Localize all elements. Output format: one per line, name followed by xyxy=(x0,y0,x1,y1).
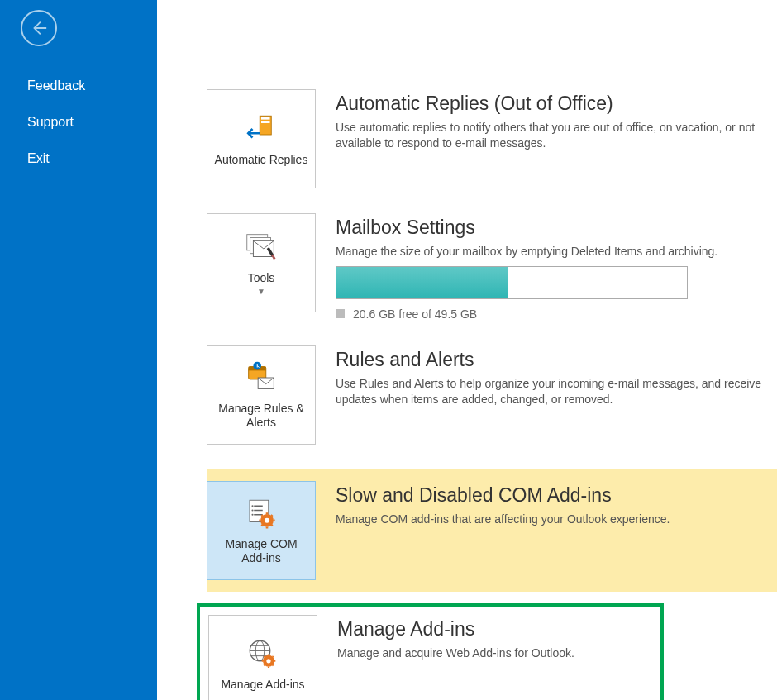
tile-label: Automatic Replies xyxy=(210,153,313,167)
row-manage-addins-highlight: Manage Add-ins Manage Add-ins Manage and… xyxy=(197,603,664,700)
svg-point-12 xyxy=(251,510,253,512)
svg-point-11 xyxy=(251,505,253,507)
mailbox-storage-fill xyxy=(336,267,508,298)
section-desc: Manage and acquire Web Add-ins for Outlo… xyxy=(337,645,652,661)
tile-tools[interactable]: Tools ▼ xyxy=(207,213,316,312)
tile-manage-addins[interactable]: Manage Add-ins xyxy=(208,615,317,700)
svg-rect-1 xyxy=(261,117,270,120)
tile-label: Manage COM Add-ins xyxy=(207,537,315,565)
mailbox-storage-bar xyxy=(336,266,688,299)
row-com-addins-highlighted: Manage COM Add-ins Slow and Disabled COM… xyxy=(207,469,777,592)
content-tools: Mailbox Settings Manage the size of your… xyxy=(316,213,777,321)
row-tools: Tools ▼ Mailbox Settings Manage the size… xyxy=(207,213,777,321)
chevron-down-icon: ▼ xyxy=(257,287,265,296)
arrow-left-icon xyxy=(30,19,48,37)
automatic-replies-icon xyxy=(244,112,279,146)
tile-label: Manage Rules & Alerts xyxy=(207,402,315,430)
sidebar: Feedback Support Exit xyxy=(0,0,157,700)
section-title: Rules and Alerts xyxy=(336,349,777,371)
content-com-addins: Slow and Disabled COM Add-ins Manage COM… xyxy=(316,481,777,527)
content-automatic-replies: Automatic Replies (Out of Office) Use au… xyxy=(316,89,777,151)
tile-com-addins[interactable]: Manage COM Add-ins xyxy=(207,481,316,580)
content-rules: Rules and Alerts Use Rules and Alerts to… xyxy=(316,345,777,407)
section-desc: Manage COM add-ins that are affecting yo… xyxy=(336,512,777,527)
section-desc: Use automatic replies to notify others t… xyxy=(336,120,777,151)
storage-text-line: 20.6 GB free of 49.5 GB xyxy=(336,307,777,321)
tile-rules[interactable]: Manage Rules & Alerts xyxy=(207,345,316,445)
manage-addins-icon xyxy=(245,636,280,671)
rules-icon xyxy=(242,360,280,395)
content-manage-addins: Manage Add-ins Manage and acquire Web Ad… xyxy=(317,615,652,661)
section-title: Manage Add-ins xyxy=(337,618,652,640)
sidebar-item-exit[interactable]: Exit xyxy=(0,140,157,177)
tile-label: Tools xyxy=(243,271,280,285)
tile-label: Manage Add-ins xyxy=(216,678,309,692)
tools-icon xyxy=(242,230,280,264)
section-title: Automatic Replies (Out of Office) xyxy=(336,93,777,115)
section-title: Slow and Disabled COM Add-ins xyxy=(336,484,777,507)
com-addins-icon xyxy=(244,496,279,531)
row-rules: Manage Rules & Alerts Rules and Alerts U… xyxy=(207,345,777,445)
back-button[interactable] xyxy=(21,10,57,46)
svg-rect-2 xyxy=(261,121,270,123)
sidebar-item-feedback[interactable]: Feedback xyxy=(0,68,157,104)
svg-point-15 xyxy=(265,518,269,523)
svg-point-13 xyxy=(251,514,253,516)
sidebar-item-support[interactable]: Support xyxy=(0,104,157,140)
tile-automatic-replies[interactable]: Automatic Replies xyxy=(207,89,316,188)
storage-legend-square xyxy=(336,309,345,318)
section-title: Mailbox Settings xyxy=(336,217,777,239)
section-desc: Use Rules and Alerts to help organize yo… xyxy=(336,376,777,407)
storage-text: 20.6 GB free of 49.5 GB xyxy=(353,307,477,321)
section-desc: Manage the size of your mailbox by empty… xyxy=(336,244,777,260)
row-automatic-replies: Automatic Replies Automatic Replies (Out… xyxy=(207,89,777,188)
main-panel: Automatic Replies Automatic Replies (Out… xyxy=(157,0,777,700)
svg-point-19 xyxy=(266,660,270,664)
